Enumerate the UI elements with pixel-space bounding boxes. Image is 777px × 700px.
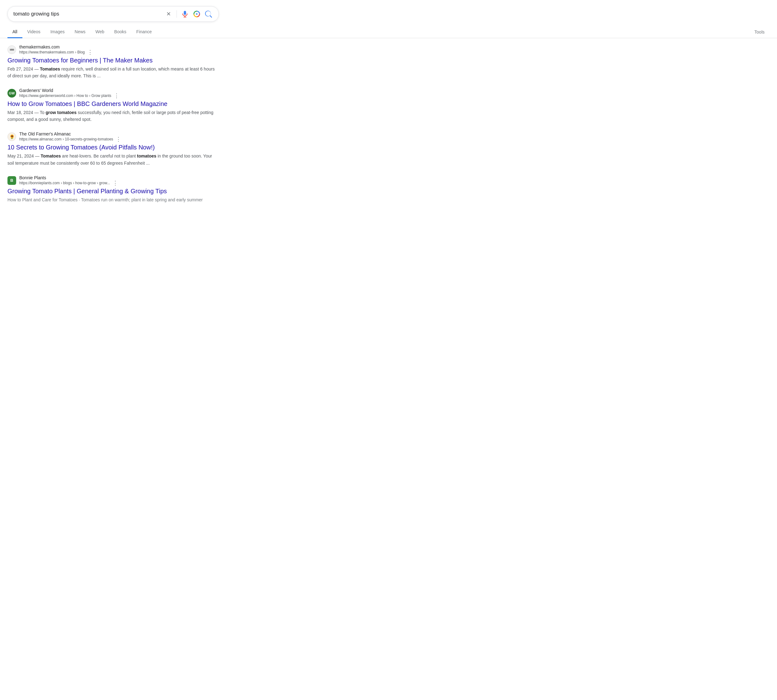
snippet-text: How to Plant and Care for Tomatoes · Tom… bbox=[7, 197, 203, 202]
result-snippet-3: May 21, 2024 — Tomatoes are heat-lovers.… bbox=[7, 153, 216, 166]
close-icon bbox=[166, 10, 171, 17]
source-info-1: themakermakes.com https://www.themakerma… bbox=[19, 45, 93, 55]
tab-finance[interactable]: Finance bbox=[132, 26, 157, 38]
tab-news[interactable]: News bbox=[70, 26, 90, 38]
search-header: tomato growing tips bbox=[0, 0, 777, 22]
google-lens-button[interactable] bbox=[192, 10, 201, 18]
result-title-2[interactable]: How to Grow Tomatoes | BBC Gardeners Wor… bbox=[7, 100, 216, 108]
search-icon bbox=[204, 10, 213, 18]
more-options-icon-3[interactable]: ⋮ bbox=[116, 137, 121, 142]
source-url-row-2: https://www.gardenersworld.com › How to … bbox=[19, 93, 119, 98]
source-info-4: Bonnie Plants https://bonnieplants.com ›… bbox=[19, 175, 118, 186]
svg-point-2 bbox=[196, 13, 198, 15]
source-name-3: The Old Farmer's Almanac bbox=[19, 132, 121, 137]
tab-web[interactable]: Web bbox=[90, 26, 109, 38]
result-item-4: B Bonnie Plants https://bonnieplants.com… bbox=[7, 175, 216, 203]
source-url-row-4: https://bonnieplants.com › blogs › how-t… bbox=[19, 180, 118, 186]
microphone-icon bbox=[182, 10, 188, 17]
nav-tabs: All Videos Images News Web Books Finance… bbox=[0, 26, 777, 38]
more-options-icon-2[interactable]: ⋮ bbox=[114, 93, 119, 98]
result-source-1: MM themakermakes.com https://www.themake… bbox=[7, 45, 216, 55]
tools-button[interactable]: Tools bbox=[749, 27, 770, 38]
search-input[interactable]: tomato growing tips bbox=[13, 11, 161, 17]
clear-button[interactable] bbox=[164, 10, 173, 18]
source-name-4: Bonnie Plants bbox=[19, 175, 118, 180]
result-item-2: GW Gardeners' World https://www.gardener… bbox=[7, 88, 216, 123]
microphone-button[interactable] bbox=[180, 10, 189, 18]
tab-books[interactable]: Books bbox=[109, 26, 132, 38]
source-name-1: themakermakes.com bbox=[19, 45, 93, 49]
result-snippet-1: Feb 27, 2024 — Tomatoes require rich, we… bbox=[7, 65, 216, 79]
source-url-1: https://www.themakermakes.com › Blog bbox=[19, 50, 85, 54]
lens-icon bbox=[193, 10, 200, 17]
favicon-2: GW bbox=[7, 89, 16, 98]
source-info-2: Gardeners' World https://www.gardenerswo… bbox=[19, 88, 119, 98]
favicon-1: MM bbox=[7, 45, 16, 54]
result-source-2: GW Gardeners' World https://www.gardener… bbox=[7, 88, 216, 98]
source-info-3: The Old Farmer's Almanac https://www.alm… bbox=[19, 132, 121, 142]
tab-all[interactable]: All bbox=[7, 26, 22, 38]
source-url-row-3: https://www.almanac.com › 10-secrets-gro… bbox=[19, 137, 121, 142]
result-source-3: 🌻 The Old Farmer's Almanac https://www.a… bbox=[7, 132, 216, 142]
result-snippet-2: Mar 18, 2024 — To grow tomatoes successf… bbox=[7, 109, 216, 123]
result-item-1: MM themakermakes.com https://www.themake… bbox=[7, 45, 216, 79]
source-url-4: https://bonnieplants.com › blogs › how-t… bbox=[19, 181, 110, 185]
source-name-2: Gardeners' World bbox=[19, 88, 119, 93]
icon-divider bbox=[177, 10, 177, 18]
result-item-3: 🌻 The Old Farmer's Almanac https://www.a… bbox=[7, 132, 216, 166]
search-button[interactable] bbox=[204, 10, 213, 18]
result-source-4: B Bonnie Plants https://bonnieplants.com… bbox=[7, 175, 216, 186]
tab-videos[interactable]: Videos bbox=[22, 26, 46, 38]
more-options-icon-1[interactable]: ⋮ bbox=[87, 49, 93, 55]
source-url-3: https://www.almanac.com › 10-secrets-gro… bbox=[19, 137, 113, 142]
result-title-4[interactable]: Growing Tomato Plants | General Planting… bbox=[7, 187, 216, 195]
snippet-text: Feb 27, 2024 — Tomatoes require rich, we… bbox=[7, 67, 215, 78]
favicon-3: 🌻 bbox=[7, 132, 16, 141]
more-options-icon-4[interactable]: ⋮ bbox=[112, 180, 118, 186]
tab-images[interactable]: Images bbox=[45, 26, 70, 38]
search-bar: tomato growing tips bbox=[7, 6, 219, 22]
snippet-text: Mar 18, 2024 — To grow tomatoes successf… bbox=[7, 110, 213, 122]
results-area: MM themakermakes.com https://www.themake… bbox=[0, 38, 224, 218]
result-title-3[interactable]: 10 Secrets to Growing Tomatoes (Avoid Pi… bbox=[7, 143, 216, 151]
favicon-4: B bbox=[7, 176, 16, 185]
result-snippet-4: How to Plant and Care for Tomatoes · Tom… bbox=[7, 197, 216, 203]
source-url-row-1: https://www.themakermakes.com › Blog ⋮ bbox=[19, 49, 93, 55]
snippet-text: May 21, 2024 — Tomatoes are heat-lovers.… bbox=[7, 153, 212, 165]
search-bar-icons bbox=[164, 10, 213, 18]
source-url-2: https://www.gardenersworld.com › How to … bbox=[19, 93, 111, 98]
result-title-1[interactable]: Growing Tomatoes for Beginners | The Mak… bbox=[7, 56, 216, 64]
